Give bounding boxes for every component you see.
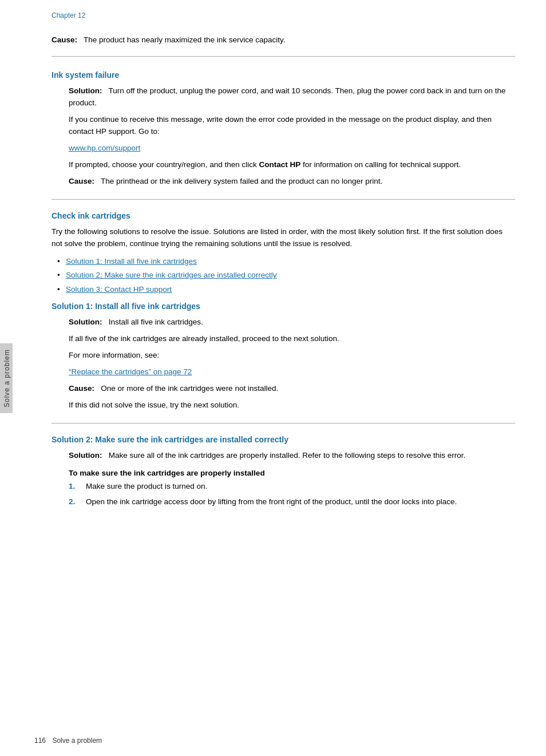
solution-label-1: Solution: xyxy=(69,86,102,95)
solution2-text: Make sure all of the ink cartridges are … xyxy=(109,451,466,460)
cause-label: Cause: xyxy=(52,35,77,44)
solution1-section: Solution 1: Install all five ink cartrid… xyxy=(52,302,515,411)
solution2-section: Solution 2: Make sure the ink cartridges… xyxy=(52,435,515,508)
solution2-body: Solution: Make sure all of the ink cartr… xyxy=(52,450,515,508)
ink-para2-end: for information on calling for technical… xyxy=(300,160,461,169)
solution1-solution: Solution: Install all five ink cartridge… xyxy=(69,316,515,328)
solution2-label: Solution: xyxy=(69,451,102,460)
solution1-text: Install all five ink cartridges. xyxy=(109,318,203,326)
top-cause-block: Cause: The product has nearly maximized … xyxy=(52,29,515,57)
ink-system-failure-body: Solution: Turn off the product, unplug t… xyxy=(52,85,515,187)
step-number-2: 2. xyxy=(69,496,75,508)
sidebar-tab: Solve a problem xyxy=(0,343,13,413)
divider-1 xyxy=(52,199,515,200)
ink-solution-text: Solution: Turn off the product, unplug t… xyxy=(69,85,515,109)
solution1-para1: If all five of the ink cartridges are al… xyxy=(69,333,515,345)
main-content: Chapter 12 Cause: The product has nearly… xyxy=(17,0,544,756)
step-number-1: 1. xyxy=(69,481,75,493)
ink-system-failure-title: Ink system failure xyxy=(52,70,515,80)
ink-para1: If you continue to receive this message,… xyxy=(69,114,515,138)
check-ink-cartridges-section: Check ink cartridges Try the following s… xyxy=(52,211,515,296)
list-item: Solution 3: Contact HP support xyxy=(57,284,515,296)
solution1-label: Solution: xyxy=(69,318,102,326)
list-item: Solution 1: Install all five ink cartrid… xyxy=(57,256,515,268)
solution1-cause: Cause: One or more of the ink cartridges… xyxy=(69,383,515,395)
chapter-heading: Chapter 12 xyxy=(52,11,515,19)
list-item: 1. Make sure the product is turned on. xyxy=(69,481,515,493)
solution3-link[interactable]: Solution 3: Contact HP support xyxy=(66,285,172,294)
solution-value-1: Turn off the product, unplug the power c… xyxy=(69,86,505,107)
list-item: Solution 2: Make sure the ink cartridges… xyxy=(57,270,515,282)
hp-support-link[interactable]: www.hp.com/support xyxy=(69,144,140,152)
subsection-title: To make sure the ink cartridges are prop… xyxy=(69,469,515,477)
solution1-para3: If this did not solve the issue, try the… xyxy=(69,399,515,411)
solution2-link[interactable]: Solution 2: Make sure the ink cartridges… xyxy=(66,271,276,279)
replace-cartridges-link[interactable]: “Replace the cartridges” on page 72 xyxy=(69,367,192,376)
ink-para2: If prompted, choose your country/region,… xyxy=(69,159,515,171)
ink-link-para: www.hp.com/support xyxy=(69,143,515,155)
solution2-solution: Solution: Make sure all of the ink cartr… xyxy=(69,450,515,462)
solution2-title: Solution 2: Make sure the ink cartridges… xyxy=(52,435,515,444)
page-footer: 116 Solve a problem xyxy=(34,737,106,745)
solution1-link[interactable]: Solution 1: Install all five ink cartrid… xyxy=(66,257,197,266)
list-item: 2. Open the ink cartridge access door by… xyxy=(69,496,515,508)
steps-list: 1. Make sure the product is turned on. 2… xyxy=(69,481,515,508)
page-number: 116 xyxy=(34,737,46,745)
contact-hp-bold: Contact HP xyxy=(259,160,300,169)
top-cause-text: Cause: The product has nearly maximized … xyxy=(52,34,515,46)
ink-cause: Cause: The printhead or the ink delivery… xyxy=(69,176,515,188)
ink-cause-text: The printhead or the ink delivery system… xyxy=(101,177,382,185)
ink-cause-label: Cause: xyxy=(69,177,94,185)
solution1-cause-text: One or more of the ink cartridges were n… xyxy=(101,384,278,393)
solution1-para2: For more information, see: xyxy=(69,350,515,362)
solution1-body: Solution: Install all five ink cartridge… xyxy=(52,316,515,411)
divider-2 xyxy=(52,423,515,423)
solution1-link-para: “Replace the cartridges” on page 72 xyxy=(69,366,515,378)
check-ink-intro: Try the following solutions to resolve t… xyxy=(52,226,515,250)
check-ink-cartridges-title: Check ink cartridges xyxy=(52,211,515,220)
ink-para2-start: If prompted, choose your country/region,… xyxy=(69,160,259,169)
solution1-cause-label: Cause: xyxy=(69,384,94,393)
solution1-title: Solution 1: Install all five ink cartrid… xyxy=(52,302,515,311)
solutions-list: Solution 1: Install all five ink cartrid… xyxy=(52,256,515,296)
footer-text: Solve a problem xyxy=(52,737,102,745)
ink-system-failure-section: Ink system failure Solution: Turn off th… xyxy=(52,70,515,187)
step-text-2: Open the ink cartridge access door by li… xyxy=(86,497,457,506)
cause-value: The product has nearly maximized the ink… xyxy=(84,35,285,44)
step-text-1: Make sure the product is turned on. xyxy=(86,482,207,490)
